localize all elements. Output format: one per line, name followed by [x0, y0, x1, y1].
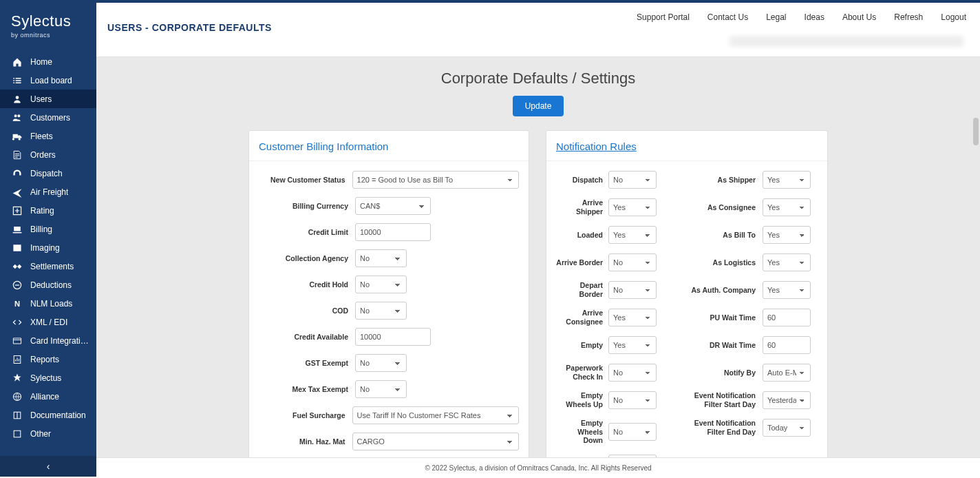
select-empty-wheels-down[interactable]: No	[608, 423, 657, 441]
label-gst-exempt: GST Exempt	[259, 359, 355, 368]
account-info-redacted	[729, 36, 963, 47]
sidebar-collapse-button[interactable]: ‹	[0, 456, 96, 477]
sidebar-item-card-integration[interactable]: Card Integration	[0, 331, 96, 350]
sidebar-item-label: Users	[30, 94, 52, 104]
scrollbar-thumb[interactable]	[973, 118, 979, 145]
label-as-shipper: As Shipper	[687, 176, 763, 185]
sidebar-item-imaging[interactable]: Imaging	[0, 238, 96, 257]
select-min-haz-mat[interactable]: CARGO	[352, 433, 519, 450]
label-arrive-shipper: Arrive Shipper	[556, 198, 608, 216]
select-filter-start[interactable]: Yesterday	[763, 391, 811, 409]
label-credit-available: Credit Available	[259, 333, 355, 342]
header-link-ideas[interactable]: Ideas	[805, 12, 824, 22]
sidebar-item-label: Card Integration	[30, 336, 89, 346]
select-as-bill-to[interactable]: Yes	[763, 226, 811, 244]
select-arrive-consignee[interactable]: Yes	[608, 309, 657, 326]
notification-right-column: As Shipper Yes As Consignee Yes As Bill …	[687, 171, 818, 457]
sidebar-item-label: Rating	[30, 206, 54, 216]
select-loaded[interactable]: Yes	[608, 226, 657, 244]
select-paperwork[interactable]: No	[608, 364, 657, 382]
sidebar-item-label: XML / EDI	[30, 318, 67, 327]
sidebar-item-nlm-loads[interactable]: NNLM Loads	[0, 294, 96, 313]
select-new-customer-status[interactable]: 120 = Good to Use as Bill To	[352, 171, 519, 189]
home-icon	[11, 56, 23, 68]
select-collection-agency[interactable]: No	[355, 249, 407, 267]
select-fuel-surcharge[interactable]: Use Tariff If No Customer FSC Rates	[352, 406, 519, 424]
handshake-icon	[11, 260, 23, 273]
label-credit-limit: Credit Limit	[259, 228, 355, 237]
select-billing-currency[interactable]: CAN$	[355, 197, 431, 215]
customer-billing-panel: Customer Billing Information New Custome…	[248, 130, 529, 457]
sidebar-item-billing[interactable]: Billing	[0, 220, 96, 238]
sidebar-item-label: Air Freight	[30, 187, 68, 197]
notification-rules-header[interactable]: Notification Rules	[546, 131, 827, 161]
sidebar-item-documentation[interactable]: Documentation	[0, 406, 96, 424]
sidebar-item-home[interactable]: Home	[0, 52, 96, 71]
globe-icon	[11, 391, 23, 403]
sidebar-item-label: Orders	[30, 150, 56, 160]
label-loaded: Loaded	[556, 231, 608, 240]
select-credit-hold[interactable]: No	[355, 276, 407, 293]
select-as-logistics[interactable]: Yes	[763, 253, 811, 271]
notification-rules-panel: Notification Rules Dispatch No Arrive Sh…	[546, 130, 828, 457]
sidebar-item-settlements[interactable]: Settlements	[0, 257, 96, 276]
select-empty-wheels-up[interactable]: No	[608, 391, 657, 409]
select-filter-end[interactable]: Today	[763, 419, 811, 437]
sidebar-item-sylectus[interactable]: Sylectus	[0, 368, 96, 387]
label-min-haz-mat: Min. Haz. Mat	[259, 437, 352, 446]
sidebar-item-alliance[interactable]: Alliance	[0, 387, 96, 406]
select-as-auth-company[interactable]: Yes	[763, 281, 811, 299]
svg-text:N: N	[14, 300, 20, 308]
select-as-shipper[interactable]: Yes	[763, 171, 811, 189]
sidebar-item-users[interactable]: Users	[0, 90, 96, 108]
label-empty: Empty	[556, 341, 608, 350]
header-link-legal[interactable]: Legal	[766, 12, 786, 22]
header-link-about-us[interactable]: About Us	[842, 12, 876, 22]
sidebar-item-deductions[interactable]: Deductions	[0, 276, 96, 294]
select-arrive-border[interactable]: No	[608, 253, 657, 271]
select-depart-border[interactable]: No	[608, 281, 657, 299]
sidebar-item-xml-edi[interactable]: XML / EDI	[0, 313, 96, 331]
select-gst-exempt[interactable]: No	[355, 354, 407, 372]
select-empty[interactable]: Yes	[608, 336, 657, 354]
header-link-contact-us[interactable]: Contact Us	[707, 12, 748, 22]
sidebar-item-label: Imaging	[30, 243, 60, 253]
sidebar-item-air-freight[interactable]: Air Freight	[0, 183, 96, 201]
select-as-consignee[interactable]: Yes	[763, 198, 811, 216]
header-link-logout[interactable]: Logout	[941, 12, 966, 22]
sidebar-item-other[interactable]: Other	[0, 424, 96, 443]
label-as-auth-company: As Auth. Company	[687, 286, 763, 295]
content-area: Corporate Defaults / Settings Update Cus…	[96, 56, 980, 457]
label-empty-wheels-up: Empty Wheels Up	[556, 391, 608, 408]
group-icon	[11, 112, 23, 124]
select-cod[interactable]: No	[355, 302, 407, 320]
label-as-logistics: As Logistics	[687, 258, 763, 267]
sidebar-item-label: NLM Loads	[30, 299, 72, 309]
sidebar-item-load-board[interactable]: Load board	[0, 71, 96, 90]
sidebar-item-fleets[interactable]: Fleets	[0, 127, 96, 145]
page-footer: © 2022 Sylectus, a division of Omnitracs…	[96, 457, 980, 478]
input-pu-wait-time[interactable]	[763, 309, 811, 326]
book-icon	[11, 409, 23, 422]
label-as-bill-to: As Bill To	[687, 231, 763, 240]
chevron-left-icon: ‹	[47, 461, 50, 472]
sidebar-item-dispatch[interactable]: Dispatch	[0, 164, 96, 183]
brand-logo: Sylectus by omnitracs	[0, 3, 96, 45]
header-link-refresh[interactable]: Refresh	[894, 12, 923, 22]
input-dr-wait-time[interactable]	[763, 336, 811, 354]
label-cod: COD	[259, 306, 355, 315]
input-credit-limit[interactable]	[355, 223, 431, 241]
sidebar-item-customers[interactable]: Customers	[0, 108, 96, 127]
input-credit-available[interactable]	[355, 328, 431, 346]
select-dispatch[interactable]: No	[608, 171, 657, 189]
sidebar: Sylectus by omnitracs HomeLoad boardUser…	[0, 3, 96, 477]
header-link-support-portal[interactable]: Support Portal	[637, 12, 690, 22]
sidebar-item-orders[interactable]: Orders	[0, 145, 96, 164]
update-button[interactable]: Update	[513, 96, 564, 116]
sidebar-item-reports[interactable]: Reports	[0, 350, 96, 368]
sidebar-nav: HomeLoad boardUsersCustomersFleetsOrders…	[0, 52, 96, 443]
select-arrive-shipper[interactable]: Yes	[608, 198, 657, 216]
select-mex-tax-exempt[interactable]: No	[355, 380, 407, 398]
sidebar-item-rating[interactable]: Rating	[0, 201, 96, 220]
select-notify-by[interactable]: Auto E-Ma	[763, 364, 811, 382]
